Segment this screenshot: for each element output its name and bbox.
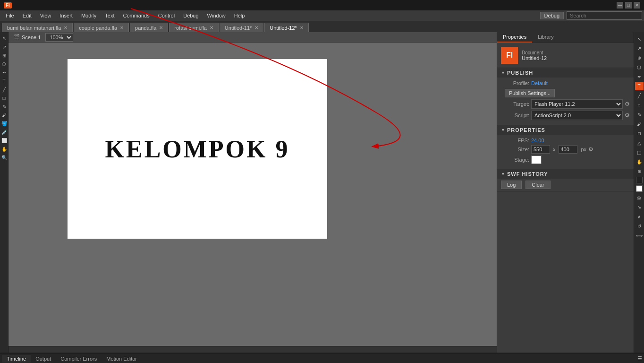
tab-close-rotasi-bumi[interactable]: ✕ xyxy=(210,25,213,30)
minimize-button[interactable]: — xyxy=(617,2,623,9)
tab-close-bumi-bulan[interactable]: ✕ xyxy=(64,25,68,30)
hand-tool[interactable]: ✋ xyxy=(0,145,8,153)
script-select[interactable]: ActionScript 2.0 xyxy=(531,111,623,120)
canvas-scroll[interactable]: KELOMPOK 9 xyxy=(8,43,497,346)
tab-properties[interactable]: Properties xyxy=(497,32,532,43)
lasso-tool[interactable]: ⬡ xyxy=(0,60,8,68)
zoom-tool-right[interactable]: ⊕ xyxy=(635,167,644,175)
menu-control[interactable]: Control xyxy=(154,12,178,19)
hand-tool-right[interactable]: ✋ xyxy=(635,157,644,166)
properties-section: ▼ PROPERTIES FPS: 24.00 Size: x px ⚙ Sta… xyxy=(497,125,634,169)
stage-color-picker[interactable] xyxy=(531,156,542,164)
paint-bucket-tool[interactable]: 🪣 xyxy=(0,120,8,127)
target-settings-icon[interactable]: ⚙ xyxy=(625,101,630,107)
log-button[interactable]: Log xyxy=(501,181,522,189)
tab-timeline[interactable]: Timeline xyxy=(2,355,31,363)
size-label: Size: xyxy=(501,147,529,152)
scale-icon[interactable]: ⟺ xyxy=(635,231,644,240)
text-tool[interactable]: T xyxy=(0,77,8,85)
size-width-input[interactable] xyxy=(531,145,550,154)
tab-bumi-bulan[interactable]: bumi bulan matahari.fla ✕ xyxy=(2,23,73,32)
swf-history-buttons: Log Clear xyxy=(497,179,634,191)
timeline-options-icon[interactable]: ☰ xyxy=(637,355,642,362)
publish-settings-button[interactable]: Publish Settings... xyxy=(505,89,555,97)
tab-label: bumi bulan matahari.fla xyxy=(7,25,61,31)
menu-help[interactable]: Help xyxy=(230,12,249,19)
close-button[interactable]: ✕ xyxy=(634,2,640,9)
arrow-tool-right[interactable]: ↖ xyxy=(635,35,644,43)
publish-section-header[interactable]: ▼ PUBLISH xyxy=(497,68,634,78)
properties-collapse-icon: ▼ xyxy=(501,128,505,132)
script-settings-icon[interactable]: ⚙ xyxy=(625,112,630,119)
properties-section-header[interactable]: ▼ PROPERTIES xyxy=(497,125,634,135)
size-settings-icon[interactable]: ⚙ xyxy=(588,146,593,153)
pencil-tool[interactable]: ✎ xyxy=(0,103,8,110)
debug-dropdown-button[interactable]: Debug xyxy=(540,12,564,19)
menu-view[interactable]: View xyxy=(36,12,55,19)
pen-tool[interactable]: ✒ xyxy=(0,69,8,76)
menu-file[interactable]: File xyxy=(2,12,18,19)
menu-edit[interactable]: Edit xyxy=(19,12,35,19)
tab-compiler-errors[interactable]: Compiler Errors xyxy=(56,355,102,363)
tab-motion-editor[interactable]: Motion Editor xyxy=(102,355,142,363)
brush-tool[interactable]: 🖌 xyxy=(0,111,8,119)
menu-insert[interactable]: Insert xyxy=(56,12,76,19)
line-tool[interactable]: ╱ xyxy=(0,86,8,93)
size-height-input[interactable] xyxy=(559,145,577,154)
zoom-tool[interactable]: 🔍 xyxy=(0,154,8,161)
select-tool[interactable]: ↖ xyxy=(0,35,8,42)
zoom-select[interactable]: 100% xyxy=(45,33,73,42)
eraser-tool-right[interactable]: ◫ xyxy=(635,148,644,156)
tab-library[interactable]: Library xyxy=(532,32,559,43)
tab-untitled-11[interactable]: Untitled-11* ✕ xyxy=(220,23,263,32)
brush-tool-right[interactable]: 🖌 xyxy=(635,120,644,128)
tab-close-couple-panda[interactable]: ✕ xyxy=(120,25,124,30)
eyedropper-tool[interactable]: 💉 xyxy=(0,128,8,136)
fps-row: FPS: 24.00 xyxy=(501,138,630,143)
straighten-icon[interactable]: ∧ xyxy=(635,212,644,221)
line-tool-right[interactable]: ╱ xyxy=(635,91,644,100)
lasso-tool-right[interactable]: ⬡ xyxy=(635,63,644,71)
subselect-tool[interactable]: ↗ xyxy=(0,43,8,51)
tab-close-untitled-11[interactable]: ✕ xyxy=(254,25,258,30)
pen-tool-right[interactable]: ✒ xyxy=(635,72,644,81)
menu-window[interactable]: Window xyxy=(203,12,229,19)
tab-rotasi-bumi[interactable]: rotasi bumi.fla ✕ xyxy=(169,23,218,32)
tab-couple-panda[interactable]: couple panda.fla ✕ xyxy=(74,23,129,32)
menu-bar-right: Debug xyxy=(540,11,642,20)
shape-tool-right[interactable]: ○ xyxy=(635,101,644,109)
ink-tool-right[interactable]: ⊓ xyxy=(635,129,644,138)
pencil-tool-right[interactable]: ✎ xyxy=(635,110,644,119)
clear-button[interactable]: Clear xyxy=(525,181,550,189)
snap-icon[interactable]: ◎ xyxy=(635,193,644,202)
search-input[interactable] xyxy=(567,11,642,20)
free-transform-tool[interactable]: ⊞ xyxy=(0,52,8,59)
publish-section-body: Profile: Default Publish Settings... Tar… xyxy=(497,78,634,125)
menu-modify[interactable]: Modify xyxy=(77,12,100,19)
maximize-button[interactable]: □ xyxy=(625,2,632,9)
stroke-color[interactable] xyxy=(636,177,643,183)
rect-tool[interactable]: □ xyxy=(0,94,8,102)
tab-panda[interactable]: panda.fla ✕ xyxy=(130,23,168,32)
menu-debug[interactable]: Debug xyxy=(179,12,202,19)
window-controls[interactable]: — □ ✕ xyxy=(617,2,640,9)
horizontal-scrollbar[interactable] xyxy=(8,346,497,353)
swf-history-header[interactable]: ▼ SWF HISTORY xyxy=(497,169,634,179)
fill-color[interactable] xyxy=(636,185,643,192)
paint-tool-right[interactable]: △ xyxy=(635,138,644,147)
subselect-tool-right[interactable]: ↗ xyxy=(635,44,644,52)
transform-tool-right[interactable]: ⊕ xyxy=(635,53,644,62)
menu-commands[interactable]: Commands xyxy=(119,12,153,19)
text-tool-right active[interactable]: T xyxy=(635,82,644,90)
tab-output[interactable]: Output xyxy=(31,355,56,363)
tab-close-untitled-12[interactable]: ✕ xyxy=(300,25,304,30)
target-select[interactable]: Flash Player 11.2 xyxy=(531,99,623,109)
eraser-tool[interactable]: ⬜ xyxy=(0,137,8,144)
tab-untitled-12[interactable]: Untitled-12* ✕ xyxy=(264,23,308,32)
tab-close-panda[interactable]: ✕ xyxy=(159,25,163,30)
scene-breadcrumb: 🎬 Scene 1 xyxy=(13,34,41,40)
menu-text[interactable]: Text xyxy=(101,12,118,19)
title-bar-left: Fl xyxy=(4,2,12,9)
smooth-icon[interactable]: ∿ xyxy=(635,203,644,211)
rotate-icon[interactable]: ↺ xyxy=(635,222,644,230)
